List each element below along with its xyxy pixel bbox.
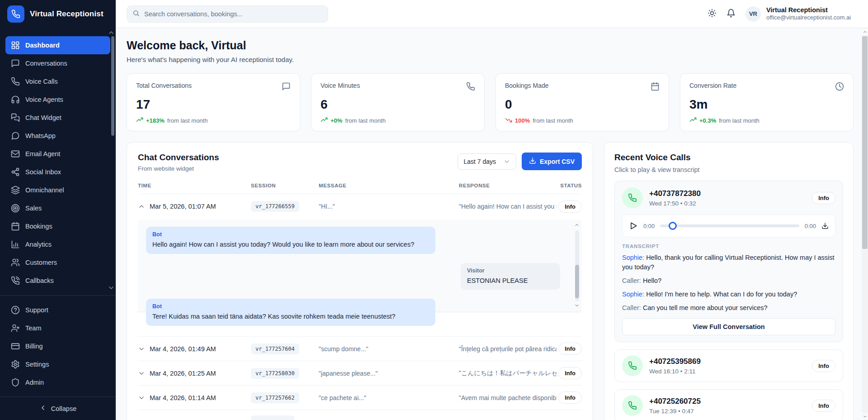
scroll-up-icon[interactable] <box>574 221 580 229</box>
speaker-name: Caller: <box>622 304 641 311</box>
sidebar-scrollbar-thumb[interactable] <box>111 36 114 136</box>
collapse-label: Collapse <box>51 405 76 412</box>
sidebar-item-callbacks[interactable]: Callbacks <box>5 272 110 290</box>
table-row[interactable]: Mar 4, 2026, 01:14 AM vr_177257662 "ce p… <box>138 385 582 410</box>
sidebar-item-bookings[interactable]: Bookings <box>5 217 110 235</box>
scroll-down-icon[interactable] <box>574 302 580 310</box>
date-range-select[interactable]: Last 7 days <box>458 153 516 170</box>
info-badge[interactable]: Info <box>558 200 582 213</box>
scrollbar-track[interactable] <box>575 230 579 301</box>
notifications-button[interactable] <box>726 9 736 19</box>
page-title: Welcome back, Virtual <box>127 39 854 52</box>
slider-thumb[interactable] <box>669 222 677 230</box>
sidebar-item-team[interactable]: Team <box>5 319 110 337</box>
chevron-down-icon[interactable] <box>138 370 150 377</box>
table-row[interactable]: Mar 5, 2026, 01:07 AM vr_177266559 "HI..… <box>138 194 582 219</box>
chevron-down-icon[interactable] <box>138 394 150 401</box>
message-square-icon <box>282 82 291 93</box>
message-square-icon <box>11 59 20 68</box>
voice-call-card[interactable]: +40725260725 Tue 12:39 • 0:47 Info <box>614 389 843 420</box>
stat-trend-value: +0% <box>330 117 342 124</box>
stat-card-voice-minutes: Voice Minutes 6 +0%from last month <box>311 73 485 131</box>
user-menu[interactable]: VR Virtual Receptionist office@virtualre… <box>745 6 851 21</box>
sidebar-item-chat-widget[interactable]: Chat Widget <box>5 109 110 127</box>
download-icon[interactable] <box>821 222 829 229</box>
stat-card-bookings-made: Bookings Made 0 100%from last month <box>495 73 669 131</box>
info-badge[interactable]: Info <box>812 360 835 372</box>
session-badge: vr_177266559 <box>251 201 299 212</box>
recent-voice-calls-panel: Recent Voice Calls Click to play & view … <box>604 142 854 420</box>
phone-call-icon <box>622 187 643 208</box>
theme-toggle-button[interactable] <box>708 9 717 19</box>
transcript-text: Hello? <box>643 277 661 284</box>
sidebar-item-voice-agents[interactable]: Voice Agents <box>5 91 110 109</box>
voice-call-card[interactable]: +40725395869 Wed 16:10 • 2:11 Info <box>614 349 843 382</box>
scroll-up-button[interactable] <box>862 28 868 35</box>
view-full-conversation-button[interactable]: View Full Conversation <box>622 318 835 335</box>
table-row[interactable]: Mar 4, 2026, 01:49 AM vr_177257604 "scum… <box>138 336 582 361</box>
main-scrollbar[interactable] <box>862 28 868 420</box>
sidebar-item-dashboard[interactable]: Dashboard <box>5 36 110 54</box>
search-input[interactable] <box>144 10 322 18</box>
sidebar-item-label: Email Agent <box>25 150 60 158</box>
column-time: TIME <box>138 183 251 188</box>
sidebar-collapse-button[interactable]: Collapse <box>0 396 116 420</box>
chevron-up-icon[interactable] <box>138 203 150 210</box>
table-row[interactable]: Mar 4, 2026, 01:25 AM vr_177258030 "japa… <box>138 361 582 385</box>
sidebar-item-billing[interactable]: Billing <box>5 337 110 355</box>
stat-label: Voice Minutes <box>321 82 360 89</box>
conversation-scrollbar[interactable] <box>574 221 580 310</box>
stat-label: Bookings Made <box>505 82 549 89</box>
stats-row: Total Conversations 17 +183%from last mo… <box>127 73 854 131</box>
scrollbar-thumb[interactable] <box>862 36 868 249</box>
sidebar-item-conversations[interactable]: Conversations <box>5 54 110 72</box>
brand: Virtual Receptionist <box>0 0 116 28</box>
sidebar-item-voice-calls[interactable]: Voice Calls <box>5 72 110 91</box>
audio-player: 0:00 0:00 <box>622 215 835 237</box>
sidebar-item-omnichannel[interactable]: Omnichannel <box>5 181 110 199</box>
session-badge: vr_177258030 <box>251 368 299 379</box>
sidebar-secondary-nav: Support Team Billing Settings Admin <box>0 301 116 391</box>
sidebar-item-analytics[interactable]: Analytics <box>5 235 110 253</box>
sidebar-item-social-inbox[interactable]: Social Inbox <box>5 163 110 181</box>
row-time: Mar 4, 2026, 01:14 AM <box>150 394 251 401</box>
export-csv-button[interactable]: Export CSV <box>522 153 582 170</box>
info-badge[interactable]: Info <box>812 400 835 412</box>
seek-slider[interactable] <box>660 222 799 230</box>
info-badge[interactable]: Info <box>558 343 582 355</box>
search-box[interactable] <box>127 5 328 23</box>
chevron-down-icon[interactable] <box>138 345 150 353</box>
info-badge[interactable]: Info <box>558 391 582 404</box>
call-meta: Tue 12:39 • 0:47 <box>649 408 701 415</box>
message-role: Bot <box>152 303 429 310</box>
stat-value: 0 <box>505 97 660 112</box>
main-area: VR Virtual Receptionist office@virtualre… <box>116 0 868 420</box>
speaker-name: Sophie: <box>622 254 644 261</box>
info-badge[interactable]: Info <box>812 192 835 204</box>
sidebar-item-label: Social Inbox <box>25 168 61 176</box>
conversation-messages: Bot Hello again! How can I assist you to… <box>138 220 582 312</box>
expanded-conversation: Bot Hello again! How can I assist you to… <box>138 220 582 328</box>
table-row-clipped <box>138 410 582 419</box>
row-time: Mar 4, 2026, 01:25 AM <box>150 370 251 377</box>
sidebar-item-whatsapp[interactable]: WhatsApp <box>5 127 110 145</box>
transcript-line: Sophie: Hello, thank you for calling Vir… <box>622 253 835 272</box>
sidebar-scroll-down-icon[interactable] <box>108 284 115 293</box>
headphones-icon <box>11 95 20 104</box>
sidebar-item-sales[interactable]: Sales <box>5 199 110 217</box>
sidebar-item-support[interactable]: Support <box>5 301 110 319</box>
phone-call-icon <box>622 355 643 376</box>
sidebar-item-settings[interactable]: Settings <box>5 355 110 373</box>
call-number: +40737872380 <box>649 189 701 198</box>
sidebar-item-label: WhatsApp <box>25 132 56 139</box>
sidebar-item-admin[interactable]: Admin <box>5 373 110 391</box>
scrollbar-thumb[interactable] <box>575 265 579 298</box>
user-name: Virtual Receptionist <box>766 6 851 14</box>
brand-name: Virtual Receptionist <box>30 10 104 19</box>
sidebar-item-customers[interactable]: Customers <box>5 253 110 272</box>
scroll-down-button[interactable] <box>862 413 868 420</box>
info-badge[interactable]: Info <box>558 367 582 379</box>
voice-call-card[interactable]: +40737872380 Wed 17:50 • 0:32 Info 0:00 <box>614 181 843 342</box>
sidebar-item-email-agent[interactable]: Email Agent <box>5 145 110 163</box>
play-button[interactable] <box>629 221 638 230</box>
